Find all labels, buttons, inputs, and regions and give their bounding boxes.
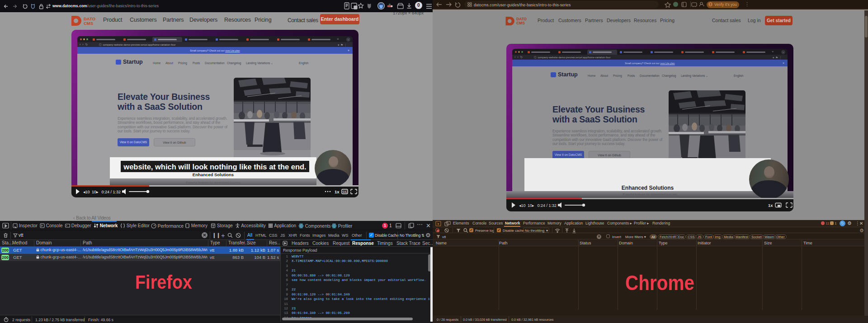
- svg-text:◂10 10▸ 0:24 / 1:32: ◂10 10▸ 0:24 / 1:32: [83, 190, 121, 194]
- svg-text:1x: 1x: [768, 203, 773, 208]
- svg-text:1x: 1x: [335, 189, 340, 194]
- svg-text:CMS: CMS: [84, 21, 93, 26]
- svg-text:◂10 10▸ 0:24 / 1:32: ◂10 10▸ 0:24 / 1:32: [519, 203, 557, 208]
- svg-text:DATO: DATO: [84, 16, 95, 21]
- svg-text:CC: CC: [343, 190, 347, 193]
- svg-text:CMS: CMS: [516, 21, 525, 25]
